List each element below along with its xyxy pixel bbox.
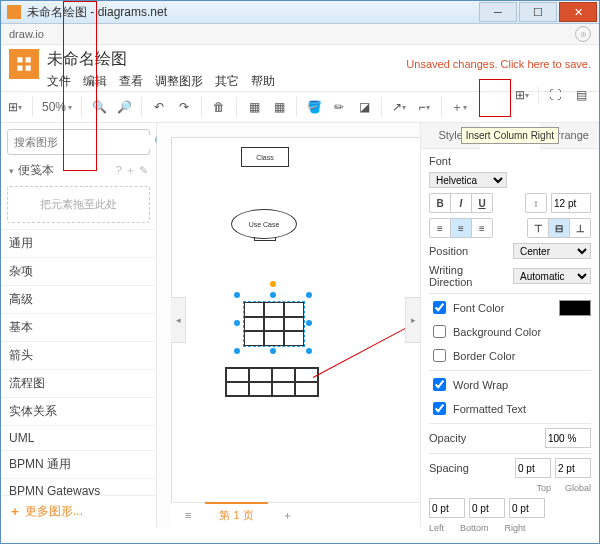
spacing-right[interactable] <box>509 498 545 518</box>
toolbar-right: ⊞▾ ⛶ ▤ <box>512 85 591 105</box>
align-middle-button[interactable]: ⊟ <box>549 219 570 237</box>
lib-arrows[interactable]: 箭头 <box>1 341 156 369</box>
writing-select[interactable]: Automatic <box>513 268 591 284</box>
lib-misc[interactable]: 杂项 <box>1 257 156 285</box>
window-controls: ─ ☐ ✕ <box>479 2 599 22</box>
redo-icon[interactable]: ↷ <box>176 99 192 115</box>
lib-bpmn-general[interactable]: BPMN 通用 <box>1 450 156 478</box>
menu-view[interactable]: 查看 <box>119 73 143 90</box>
lib-flowchart[interactable]: 流程图 <box>1 369 156 397</box>
font-color-check[interactable] <box>433 301 446 314</box>
scratchpad-drop[interactable]: 把元素拖至此处 <box>7 186 150 223</box>
font-family-select[interactable]: Helvetica <box>429 172 507 188</box>
shape-library-list: 通用 杂项 高级 基本 箭头 流程图 实体关系 UML BPMN 通用 BPMN… <box>1 229 156 495</box>
format-panel-icon[interactable]: ▤ <box>571 85 591 105</box>
h-align-group: ≡ ≡ ≡ <box>429 218 493 238</box>
scratchpad-tools[interactable]: ? ＋ ✎ <box>116 163 148 178</box>
menu-extras[interactable]: 其它 <box>215 73 239 90</box>
svg-rect-2 <box>17 66 22 71</box>
writing-label: Writing Direction <box>429 264 509 288</box>
align-bottom-button[interactable]: ⊥ <box>570 219 590 237</box>
ruler-vertical <box>157 123 172 527</box>
collapse-right[interactable]: ▸ <box>405 297 420 343</box>
lib-entity[interactable]: 实体关系 <box>1 397 156 425</box>
undo-icon[interactable]: ↶ <box>151 99 167 115</box>
border-color-check[interactable] <box>433 349 446 362</box>
svg-rect-1 <box>26 57 31 62</box>
maximize-button[interactable]: ☐ <box>519 2 557 22</box>
align-right-button[interactable]: ≡ <box>472 219 492 237</box>
lib-basic[interactable]: 基本 <box>1 313 156 341</box>
shape-search[interactable]: 🔍 <box>7 129 150 155</box>
underline-button[interactable]: U <box>472 194 492 212</box>
line-height-icon[interactable]: ↕ <box>526 194 546 212</box>
page-tab-1[interactable]: 第 1 页 <box>205 502 267 528</box>
shape-table-2[interactable] <box>225 367 319 397</box>
spacing-left[interactable] <box>429 498 465 518</box>
lib-bpmn-gateways[interactable]: BPMN Gateways <box>1 478 156 495</box>
search-input[interactable] <box>12 135 154 149</box>
close-button[interactable]: ✕ <box>559 2 597 22</box>
insert-icon[interactable]: ＋▾ <box>451 99 467 115</box>
menu-help[interactable]: 帮助 <box>251 73 275 90</box>
canvas[interactable]: Class Use Case ◂ ▸ <box>171 137 420 503</box>
delete-icon[interactable]: 🗑 <box>211 99 227 115</box>
bold-button[interactable]: B <box>430 194 451 212</box>
wordwrap-check[interactable] <box>433 378 446 391</box>
menu-edit[interactable]: 编辑 <box>83 73 107 90</box>
zoom-display[interactable]: 50%▾ <box>42 100 72 114</box>
spacing-top[interactable] <box>515 458 551 478</box>
language-icon[interactable]: ⊕ <box>575 26 591 42</box>
minimize-button[interactable]: ─ <box>479 2 517 22</box>
menu-bar: 文件 编辑 查看 调整图形 其它 帮助 <box>47 73 396 90</box>
page-tabs: ≡ 第 1 页 ＋ <box>171 502 420 527</box>
position-select[interactable]: Center <box>513 243 591 259</box>
line-color-icon[interactable]: ✏ <box>331 99 347 115</box>
zoom-in-icon[interactable]: 🔍 <box>91 99 107 115</box>
spacing-bottom[interactable] <box>469 498 505 518</box>
lib-advanced[interactable]: 高级 <box>1 285 156 313</box>
font-size-group: ↕ <box>525 193 547 213</box>
align-top-button[interactable]: ⊤ <box>528 219 549 237</box>
more-shapes-button[interactable]: ＋ 更多图形... <box>1 495 156 527</box>
font-size-input[interactable] <box>551 193 591 213</box>
shape-class[interactable]: Class <box>241 147 289 167</box>
fullscreen-icon[interactable]: ⛶ <box>545 85 565 105</box>
align-left-button[interactable]: ≡ <box>430 219 451 237</box>
collapse-left[interactable]: ◂ <box>171 297 186 343</box>
bg-color-check[interactable] <box>433 325 446 338</box>
svg-rect-3 <box>26 66 31 71</box>
formatted-check[interactable] <box>433 402 446 415</box>
scratchpad-header[interactable]: ▾ 便笺本 ? ＋ ✎ <box>1 161 156 180</box>
waypoint-icon[interactable]: ⌐▾ <box>416 99 432 115</box>
sidebar-toggle-icon[interactable]: ⊞▾ <box>7 99 23 115</box>
pages-menu-icon[interactable]: ≡ <box>171 503 205 527</box>
menu-file[interactable]: 文件 <box>47 73 71 90</box>
align-center-button[interactable]: ≡ <box>451 219 472 237</box>
lib-general[interactable]: 通用 <box>1 229 156 257</box>
connection-icon[interactable]: ↗▾ <box>391 99 407 115</box>
shape-usecase[interactable]: Use Case <box>231 209 297 239</box>
font-label: Font <box>429 155 591 167</box>
shadow-icon[interactable]: ◪ <box>356 99 372 115</box>
zoom-out-icon[interactable]: 🔎 <box>116 99 132 115</box>
to-back-icon[interactable]: ▦ <box>271 99 287 115</box>
italic-button[interactable]: I <box>451 194 472 212</box>
to-front-icon[interactable]: ▦ <box>246 99 262 115</box>
fill-color-icon[interactable]: 🪣 <box>306 99 322 115</box>
opacity-input[interactable] <box>545 428 591 448</box>
document-header: 未命名绘图 文件 编辑 查看 调整图形 其它 帮助 Unsaved change… <box>1 45 599 92</box>
table-icon[interactable]: ⊞▾ <box>512 85 532 105</box>
unsaved-banner[interactable]: Unsaved changes. Click here to save. <box>406 58 591 70</box>
titlebar: 未命名绘图 - diagrams.net ─ ☐ ✕ <box>1 1 599 24</box>
lib-uml[interactable]: UML <box>1 425 156 450</box>
document-title[interactable]: 未命名绘图 <box>47 49 396 70</box>
spacing-global[interactable] <box>555 458 591 478</box>
add-page-button[interactable]: ＋ <box>268 503 307 527</box>
menu-arrange[interactable]: 调整图形 <box>155 73 203 90</box>
font-color-swatch[interactable] <box>559 300 591 316</box>
annotation-arrow <box>313 321 419 378</box>
svg-rect-0 <box>17 57 22 62</box>
shape-table-selected[interactable] <box>243 301 305 347</box>
toolbar: ⊞▾ 50%▾ 🔍 🔎 ↶ ↷ 🗑 ▦ ▦ 🪣 ✏ ◪ ↗▾ ⌐▾ ＋▾ <box>1 92 599 123</box>
